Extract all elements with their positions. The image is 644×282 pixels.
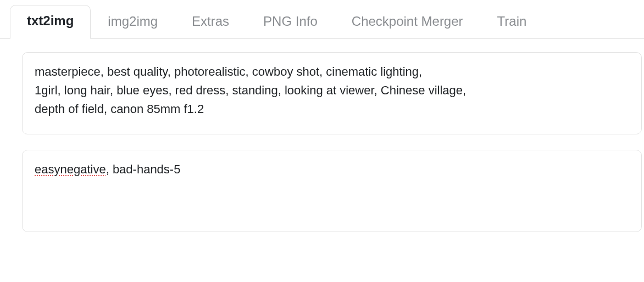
tab-img2img[interactable]: img2img xyxy=(91,5,175,39)
tab-txt2img[interactable]: txt2img xyxy=(10,5,91,39)
tab-pnginfo[interactable]: PNG Info xyxy=(246,5,335,39)
positive-prompt-input[interactable]: masterpiece, best quality, photorealisti… xyxy=(22,52,642,134)
content-area: masterpiece, best quality, photorealisti… xyxy=(0,39,644,232)
tab-checkpoint-merger[interactable]: Checkpoint Merger xyxy=(335,5,480,39)
negative-prompt-input[interactable]: easynegative, bad-hands-5 xyxy=(22,150,642,232)
tabs-bar: txt2img img2img Extras PNG Info Checkpoi… xyxy=(0,0,644,39)
negative-prompt-rest: , bad-hands-5 xyxy=(106,162,181,176)
tab-extras[interactable]: Extras xyxy=(175,5,246,39)
tab-train[interactable]: Train xyxy=(480,5,544,39)
negative-prompt-word-spellerror: easynegative xyxy=(35,162,106,176)
